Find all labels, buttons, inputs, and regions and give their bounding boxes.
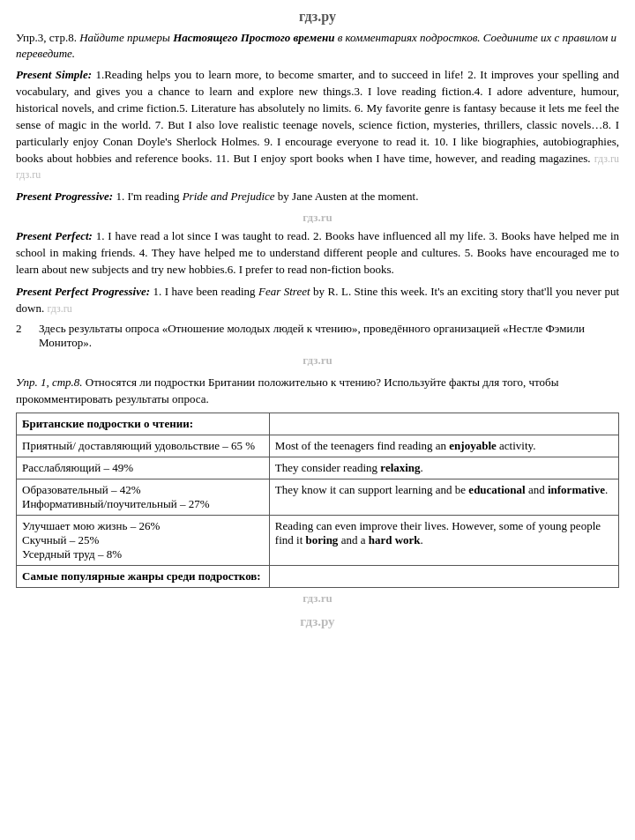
table-cell-right-2: They consider reading relaxing. bbox=[269, 457, 618, 479]
table-cell-left-3: Образовательный – 42%Информативный/поучи… bbox=[17, 479, 270, 515]
present-perfect-prog-block: Present Perfect Progressive: 1. I have b… bbox=[16, 284, 619, 317]
present-progressive-label: Present Progressive: bbox=[16, 190, 113, 203]
present-perfect-text: 1. I have read a lot since I was taught … bbox=[16, 229, 619, 276]
table-row: Образовательный – 42%Информативный/поучи… bbox=[17, 479, 619, 515]
table-cell-right-5 bbox=[269, 565, 618, 587]
table-col1-header: Британские подростки о чтении: bbox=[17, 413, 270, 435]
table-cell-left-5: Самые популярные жанры среди подростков: bbox=[17, 565, 270, 587]
footer-watermark: гдз.ру bbox=[16, 614, 619, 629]
present-perfect-label: Present Perfect: bbox=[16, 229, 93, 242]
table-row: Приятный/ доставляющий удовольствие – 65… bbox=[17, 435, 619, 457]
table-section: Упр. 1, стр.8. Относятся ли подростки Бр… bbox=[16, 375, 619, 587]
table-col2-header bbox=[269, 413, 618, 435]
bold-relaxing: relaxing bbox=[380, 461, 420, 474]
task1-label: Упр.3, стр.8. bbox=[16, 31, 77, 44]
watermark-2: гдз.ru bbox=[16, 168, 41, 181]
bold-genres: Самые популярные жанры среди подростков: bbox=[22, 569, 261, 583]
table-cell-left-2: Расслабляющий – 49% bbox=[17, 457, 270, 479]
present-perfect-prog-label: Present Perfect Progressive: bbox=[16, 285, 150, 298]
site-header: гдз.ру bbox=[16, 9, 619, 25]
table-row: Самые популярные жанры среди подростков: bbox=[17, 565, 619, 587]
watermark-row-3: гдз.ru bbox=[16, 591, 619, 606]
table-cell-right-4: Reading can even improve their lives. Ho… bbox=[269, 515, 618, 565]
task1-bold-italic: Настоящего Простого времени bbox=[173, 31, 334, 44]
bold-enjoyable: enjoyable bbox=[449, 439, 496, 452]
page: гдз.ру Упр.3, стр.8. Найдите примеры Нас… bbox=[0, 0, 635, 638]
data-table: Британские подростки о чтении: Приятный/… bbox=[16, 413, 619, 588]
task2-title: Относятся ли подростки Британии положите… bbox=[16, 375, 558, 405]
table-cell-right-1: Most of the teenagers find reading an en… bbox=[269, 435, 618, 457]
site-title: гдз.ру bbox=[299, 9, 336, 24]
item2: 2 Здесь результаты опроса «Отношение мол… bbox=[16, 322, 619, 350]
bold-informative: informative bbox=[548, 483, 605, 496]
bold-boring: boring bbox=[306, 533, 339, 546]
watermark-row-1: гдз.ru bbox=[16, 211, 619, 225]
task1-italic: Найдите примеры bbox=[79, 31, 173, 44]
watermark-1: гдз.ru bbox=[594, 152, 619, 165]
item2-num: 2 bbox=[16, 322, 30, 350]
item2-text: Здесь результаты опроса «Отношение молод… bbox=[39, 322, 619, 350]
bold-educational: educational bbox=[468, 483, 525, 496]
table-header-row: Британские подростки о чтении: bbox=[17, 413, 619, 435]
table-cell-left-4: Улучшает мою жизнь – 26%Скучный – 25%Усе… bbox=[17, 515, 270, 565]
table-row: Улучшает мою жизнь – 26%Скучный – 25%Усе… bbox=[17, 515, 619, 565]
present-progressive-block: Present Progressive: 1. I'm reading Prid… bbox=[16, 189, 619, 205]
present-simple-label: Present Simple: bbox=[16, 68, 92, 81]
present-simple-block: Present Simple: 1.Reading helps you to l… bbox=[16, 67, 619, 183]
present-progressive-cont: by Jane Austen at the moment. bbox=[275, 190, 419, 203]
present-perfect-prog-text: 1. I have been reading bbox=[153, 285, 258, 298]
task2-label: Упр. 1, стр.8. bbox=[16, 375, 83, 389]
table-row: Расслабляющий – 49% They consider readin… bbox=[17, 457, 619, 479]
task1-title: Упр.3, стр.8. Найдите примеры Настоящего… bbox=[16, 30, 619, 62]
bold-hardwork: hard work bbox=[369, 533, 421, 546]
watermark-3: гдз.ru bbox=[47, 302, 71, 315]
present-perfect-prog-book: Fear Street bbox=[258, 285, 310, 298]
present-simple-text: 1.Reading helps you to learn more, to be… bbox=[16, 68, 619, 164]
present-perfect-block: Present Perfect: 1. I have read a lot si… bbox=[16, 228, 619, 279]
present-progressive-text: 1. I'm reading bbox=[116, 190, 182, 203]
table-cell-right-3: They know it can support learning and be… bbox=[269, 479, 618, 515]
task2-title-line: Упр. 1, стр.8. Относятся ли подростки Бр… bbox=[16, 375, 619, 406]
present-progressive-book: Pride and Prejudice bbox=[183, 190, 275, 203]
watermark-row-2: гдз.ru bbox=[16, 353, 619, 368]
col1-header-text: Британские подростки о чтении: bbox=[22, 417, 193, 430]
table-cell-left-1: Приятный/ доставляющий удовольствие – 65… bbox=[17, 435, 270, 457]
